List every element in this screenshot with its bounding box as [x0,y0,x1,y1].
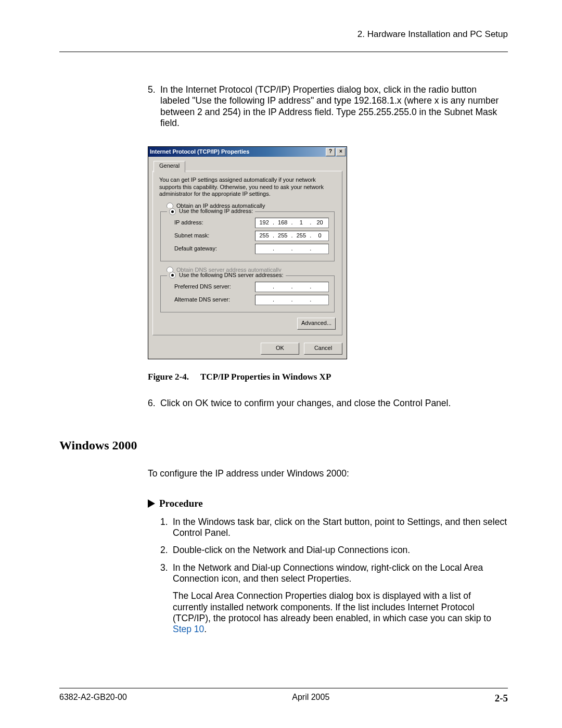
ip-groupbox: Use the following IP address: IP address… [160,211,335,261]
procedure-list: 1. In the Windows task bar, click on the… [160,517,508,635]
step-number: 3. [160,562,173,585]
tcpip-dialog: Internet Protocol (TCP/IP) Properties ? … [148,146,347,359]
advanced-button[interactable]: Advanced... [297,318,336,330]
radio-label: Use the following DNS server addresses: [179,272,284,279]
figure-label: Figure 2-4. [148,372,189,382]
figure-title: TCP/IP Properties in Windows XP [200,372,331,382]
procedure-heading: Procedure [148,498,508,509]
body-area: 5. In the Internet Protocol (TCP/IP) Pro… [148,84,508,409]
doc-number: 6382-A2-GB20-00 [59,693,127,704]
step-number: 6. [148,398,160,409]
step-6: 6. Click on OK twice to confirm your cha… [148,398,508,409]
radio-use-ip[interactable]: Use the following IP address: [167,208,255,215]
proc-note: The Local Area Connection Properties dia… [173,591,508,635]
field-gateway: Default gateway: . . . [166,244,329,254]
mask-input[interactable]: 255. 255. 255. 0 [255,231,329,241]
field-label: IP address: [174,219,255,226]
gateway-input[interactable]: . . . [255,244,329,254]
step-text: In the Internet Protocol (TCP/IP) Proper… [160,84,508,129]
field-label: Default gateway: [174,245,255,252]
figure-caption: Figure 2-4.TCP/IP Properties in Windows … [148,372,508,383]
radio-use-dns[interactable]: Use the following DNS server addresses: [167,272,286,279]
radio-icon [169,272,176,279]
radio-label: Use the following IP address: [179,208,253,215]
step-text: In the Network and Dial-up Connections w… [173,562,508,585]
arrow-right-icon [148,499,155,508]
procedure-label: Procedure [159,498,203,509]
cancel-button[interactable]: Cancel [304,343,342,355]
doc-date: April 2005 [292,693,329,704]
dialog-titlebar: Internet Protocol (TCP/IP) Properties ? … [148,147,347,157]
dialog-info: You can get IP settings assigned automat… [159,177,336,197]
ip-input[interactable]: 192. 168. 1. 20 [255,218,329,228]
footer-rule [59,688,508,688]
dialog-buttons: OK Cancel [148,340,347,359]
step-number: 1. [160,517,173,539]
field-ip: IP address: 192. 168. 1. 20 [166,218,329,228]
header-rule [59,52,508,52]
step-text: Click on OK twice to confirm your change… [160,398,508,409]
field-mask: Subnet mask: 255. 255. 255. 0 [166,231,329,241]
dialog-body: General You can get IP settings assigned… [148,157,347,339]
radio-icon [169,208,176,215]
page-number: 2-5 [495,693,508,704]
chapter-header: 2. Hardware Installation and PC Setup [59,29,508,40]
proc-step-3: 3. In the Network and Dial-up Connection… [160,562,508,585]
document-page: 2. Hardware Installation and PC Setup 5.… [0,0,562,728]
field-label: Preferred DNS server: [174,283,255,290]
close-icon[interactable]: × [336,148,346,156]
adns-input[interactable]: . . . [255,295,329,305]
step10-link[interactable]: Step 10 [173,624,204,634]
step-text: In the Windows task bar, click on the St… [173,517,508,539]
note-text-b: . [204,624,207,634]
proc-step-2: 2. Double-click on the Network and Dial-… [160,545,508,556]
field-label: Alternate DNS server: [174,296,255,303]
advanced-row: Advanced... [159,318,336,330]
step-5: 5. In the Internet Protocol (TCP/IP) Pro… [148,84,508,129]
proc-step-1: 1. In the Windows task bar, click on the… [160,517,508,539]
help-icon[interactable]: ? [326,148,335,156]
tab-header: General [152,161,342,171]
step-number: 2. [160,545,173,556]
pdns-input[interactable]: . . . [255,282,329,292]
tab-general[interactable]: General [154,161,185,172]
field-label: Subnet mask: [174,232,255,239]
field-pdns: Preferred DNS server: . . . [166,282,329,292]
note-text-a: The Local Area Connection Properties dia… [173,591,491,623]
dns-groupbox: Use the following DNS server addresses: … [160,275,335,312]
dialog-title: Internet Protocol (TCP/IP) Properties [150,148,325,155]
tab-panel: You can get IP settings assigned automat… [152,171,342,335]
section-heading: Windows 2000 [59,438,508,453]
field-adns: Alternate DNS server: . . . [166,295,329,305]
page-footer: 6382-A2-GB20-00 April 2005 2-5 [59,688,508,704]
ok-button[interactable]: OK [261,343,299,355]
step-text: Double-click on the Network and Dial-up … [173,545,508,556]
step-number: 5. [148,84,160,129]
intro-text: To configure the IP address under Window… [148,468,508,479]
